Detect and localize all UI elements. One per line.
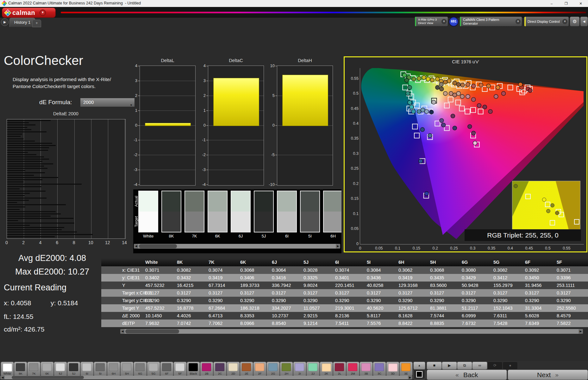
scroll-right-icon[interactable]: ▶ [408,376,412,379]
pattern-swatch-button[interactable]: 6H [107,362,120,376]
pattern-swatch-button[interactable]: 2G [266,362,280,376]
pattern-swatch-button[interactable]: 6I [80,362,94,376]
pattern-swatch-button[interactable]: 7K [27,362,41,376]
column-header[interactable]: 6F [524,258,555,266]
raise-window-icon[interactable]: ▲ [413,362,425,370]
tab-scroll-button[interactable]: ▶ [1,18,9,26]
pattern-source-dropdown[interactable]: CalMAN Client 3 Pattern Generator ▼ [460,16,522,27]
column-header[interactable]: 5H [429,258,460,266]
pattern-swatch-button[interactable]: 5I [94,362,107,376]
toolbar-scrollbar[interactable]: ◀ ▶ [0,376,412,379]
column-header[interactable]: 6K [239,258,271,266]
pattern-swatch-button[interactable]: 2B [200,362,213,376]
cie-x-tick-label: 0.4 [503,246,517,250]
tab-history-1[interactable]: History 1 [9,18,35,27]
pattern-swatch-button[interactable]: 2M [346,362,360,376]
scrollbar-thumb[interactable] [125,329,179,333]
record-icon[interactable]: ● [503,362,518,370]
chevron-down-icon[interactable]: ▼ [516,19,521,24]
chevron-down-icon[interactable]: ▼ [441,19,447,24]
loop-icon[interactable]: ∞ [472,362,487,370]
column-header[interactable]: 8K [176,258,207,266]
table-cell: 0.3082 [176,266,207,274]
pattern-color-chip [255,363,264,371]
gear-icon[interactable]: ⚙ [570,16,580,27]
pattern-swatch-button[interactable]: White [1,362,14,376]
pattern-grid-icon[interactable]: ⧉ [457,362,472,370]
add-tab-button[interactable]: + [32,20,41,27]
strip-scrollbar[interactable]: ◀ ▶ [134,244,340,249]
pattern-swatch-button[interactable]: 2D [227,362,240,376]
pattern-swatch-button[interactable]: 5H [120,362,134,376]
scrollbar-thumb[interactable] [12,376,84,379]
column-header[interactable]: 6G [460,258,492,266]
pattern-swatch-button[interactable]: 6F [160,362,173,376]
y-tick-label: 2 [196,93,206,98]
column-header[interactable]: 6J [271,258,302,266]
column-header[interactable]: 5F [555,258,587,266]
patch-label: 5J [252,234,275,238]
pattern-swatch-button[interactable]: 3E [399,362,413,376]
column-header[interactable]: White [144,258,176,266]
de-bar [7,193,30,194]
pattern-swatch-button[interactable]: Black [187,362,200,376]
column-header[interactable]: 6H [397,258,429,266]
collapse-panel-icon[interactable]: ◀ [580,16,588,27]
chevron-down-icon[interactable]: ▼ [562,19,567,24]
measurement-point [408,86,412,90]
scroll-left-icon[interactable]: ◀ [134,244,138,249]
pattern-swatch-button[interactable]: 2E [240,362,253,376]
table-cell: 2.9215 [302,312,334,320]
pattern-swatch-button[interactable]: 2I [293,362,306,376]
pattern-window-icon[interactable] [413,369,425,379]
maximize-button[interactable]: ❐ [559,0,573,7]
pattern-swatch-button[interactable]: 2K [320,362,333,376]
pattern-swatch-button[interactable]: 5J [67,362,80,376]
pattern-swatch-button[interactable]: 2F [253,362,266,376]
pattern-swatch-button[interactable]: 6J [54,362,67,376]
pattern-swatch-button[interactable]: 2H [280,362,293,376]
pattern-swatch-button[interactable]: 2J [306,362,320,376]
column-header[interactable]: 6I [334,258,366,266]
scroll-left-icon[interactable]: ◀ [0,376,5,379]
pattern-swatch-button[interactable]: 3B [360,362,373,376]
menu-dropdown-icon[interactable]: ▼ [40,10,46,16]
pattern-swatch-button[interactable]: 8K [14,362,27,376]
close-button[interactable]: ✕ [573,0,588,7]
pattern-swatch-button[interactable]: 2C [213,362,227,376]
column-header[interactable]: 5I [366,258,397,266]
column-header[interactable]: 5G [492,258,524,266]
meter-dropdown[interactable]: X-Rite i1Pro 3Direct View ▼ [415,16,448,27]
target-swatch [301,212,319,232]
next-button[interactable]: Next » [508,370,588,380]
de-formula-select[interactable]: 2000 ▼ [80,98,135,107]
minimize-button[interactable]: – [544,0,559,7]
actual-swatch [162,191,181,212]
column-header[interactable]: 7K [207,258,239,266]
play-icon[interactable]: ▶ [442,362,457,370]
pattern-swatch-button[interactable]: 6G [134,362,147,376]
stop-icon[interactable]: ■ [427,362,442,370]
pattern-swatch-button[interactable]: 3C [373,362,386,376]
pattern-swatch-button[interactable]: 5F [173,362,187,376]
calman-menu-button[interactable]: calman ▼ [2,8,56,18]
table-scrollbar[interactable]: ◀ ▶ [120,329,583,334]
back-button[interactable]: « Back [427,370,507,380]
de-bar [7,204,66,205]
refresh-icon[interactable]: ⟳ [487,362,503,370]
table-cell: 0.3127 [176,289,207,297]
table-cell: 0.3290 [302,297,334,304]
scroll-right-icon[interactable]: ▶ [336,244,340,249]
display-control-dropdown[interactable]: Direct Display Control ▼ [524,16,569,27]
inset-measurement-point [550,203,554,207]
column-header[interactable]: 5J [302,258,334,266]
pattern-swatch-button[interactable]: 3D [386,362,399,376]
table-cell: 0.3419 [207,274,239,282]
scrollbar-thumb[interactable] [139,244,177,248]
pattern-swatch-button[interactable]: 5G [147,362,160,376]
pattern-swatch-button[interactable]: 6K [41,362,54,376]
scroll-right-icon[interactable]: ▶ [579,329,583,334]
scroll-left-icon[interactable]: ◀ [120,329,125,334]
pattern-swatch-label: 6J [54,372,67,375]
pattern-swatch-button[interactable]: 2L [333,362,346,376]
